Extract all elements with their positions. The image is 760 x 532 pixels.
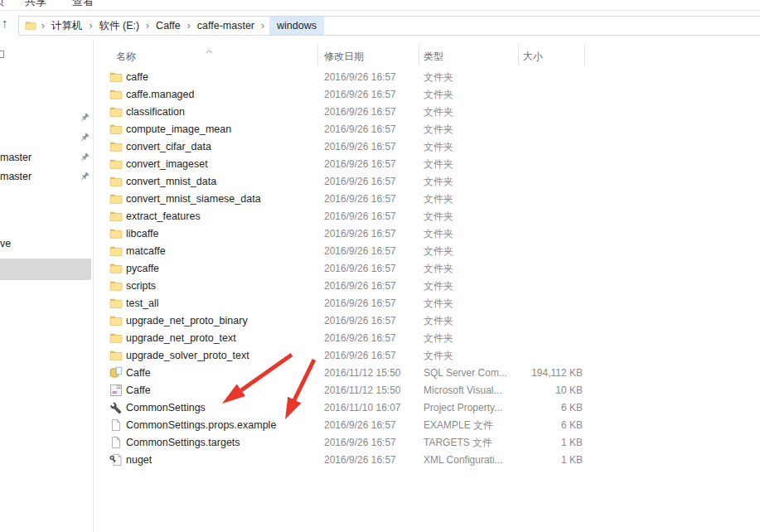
file-name: extract_features	[126, 208, 201, 225]
folder-icon	[25, 17, 36, 35]
file-size: 6 KB	[511, 399, 583, 417]
svg-text:∞: ∞	[112, 389, 117, 396]
file-date: 2016/9/26 16:57	[324, 347, 396, 365]
file-name: convert_imageset	[126, 156, 208, 173]
file-name: convert_mnist_siamese_data	[126, 191, 261, 208]
table-row[interactable]: scripts 2016/9/26 16:57 文件夹	[93, 278, 760, 295]
chevron-right-icon: ›	[141, 17, 154, 35]
file-name: Caffe	[126, 365, 151, 382]
sidebar-selected-item[interactable]	[0, 259, 91, 280]
file-name: upgrade_net_proto_binary	[126, 312, 248, 330]
chevron-right-icon: ›	[36, 17, 50, 35]
folder-icon	[109, 192, 123, 206]
file-date: 2016/9/26 16:57	[324, 452, 396, 469]
table-row[interactable]: Caffe 2016/11/12 15:50 SQL Server Com...…	[93, 365, 760, 382]
folder-icon	[109, 140, 123, 153]
breadcrumb-drive-e[interactable]: 软件 (E:)	[98, 17, 142, 35]
address-bar[interactable]: › 计算机 › 软件 (E:) › Caffe › caffe-master ›…	[18, 16, 760, 36]
breadcrumb-computer[interactable]: 计算机	[50, 17, 85, 35]
up-arrow-icon[interactable]: ↑	[2, 17, 8, 29]
table-row[interactable]: matcaffe 2016/9/26 16:57 文件夹	[93, 243, 760, 260]
table-row[interactable]: caffe.managed 2016/9/26 16:57 文件夹	[93, 86, 760, 104]
file-type: 文件夹	[424, 278, 453, 295]
sidebar-item-master-2[interactable]: master	[0, 171, 31, 182]
table-row[interactable]: nuget 2016/9/26 16:57 XML Configurati...…	[93, 452, 760, 469]
pushpin-icon[interactable]	[80, 131, 90, 141]
column-header-size[interactable]: 大小	[523, 50, 543, 64]
table-row[interactable]: upgrade_net_proto_text 2016/9/26 16:57 文…	[93, 330, 760, 347]
pushpin-icon[interactable]	[80, 170, 90, 180]
file-date: 2016/9/26 16:57	[324, 278, 396, 295]
file-type: 文件夹	[424, 104, 453, 121]
table-row[interactable]: classification 2016/9/26 16:57 文件夹	[93, 104, 760, 121]
file-name: caffe	[126, 69, 148, 86]
table-row[interactable]: libcaffe 2016/9/26 16:57 文件夹	[93, 225, 760, 243]
table-row[interactable]: convert_cifar_data 2016/9/26 16:57 文件夹	[93, 138, 760, 156]
chevron-right-icon: ›	[85, 17, 98, 35]
folder-icon	[109, 331, 123, 345]
ribbon-tab-partial[interactable]: 页	[0, 0, 5, 9]
file-name: matcaffe	[126, 243, 166, 260]
file-name: caffe.managed	[126, 86, 194, 104]
file-type: TARGETS 文件	[424, 434, 492, 452]
file-name: CommonSettings.props.example	[126, 417, 276, 434]
file-name: pycaffe	[126, 260, 159, 278]
ribbon-tab-share[interactable]: 共享	[25, 0, 46, 9]
breadcrumb-caffe-master[interactable]: caffe-master	[196, 17, 256, 35]
file-date: 2016/11/12 15:50	[324, 365, 401, 382]
table-row[interactable]: convert_imageset 2016/9/26 16:57 文件夹	[93, 156, 760, 173]
sidebar-item-onedrive-fragment[interactable]: ve	[0, 238, 11, 249]
file-date: 2016/9/26 16:57	[324, 434, 396, 452]
file-type: 文件夹	[424, 208, 453, 225]
file-type: 文件夹	[424, 138, 453, 156]
table-row[interactable]: upgrade_solver_proto_text 2016/9/26 16:5…	[93, 347, 760, 365]
folder-icon	[109, 88, 123, 101]
table-row[interactable]: convert_mnist_data 2016/9/26 16:57 文件夹	[93, 173, 760, 191]
file-name: nuget	[126, 452, 152, 469]
column-divider[interactable]	[518, 44, 519, 65]
file-type: 文件夹	[424, 347, 453, 365]
column-header-name[interactable]: 名称	[116, 50, 136, 64]
file-date: 2016/9/26 16:57	[324, 173, 396, 191]
folder-icon	[109, 123, 123, 136]
file-type: 文件夹	[424, 86, 453, 104]
file-type: Microsoft Visual...	[424, 382, 501, 399]
file-date: 2016/9/26 16:57	[324, 69, 396, 86]
column-divider[interactable]	[419, 44, 419, 65]
column-divider[interactable]	[584, 44, 585, 65]
file-date: 2016/9/26 16:57	[324, 156, 396, 173]
sort-ascending-icon	[206, 45, 213, 56]
table-row[interactable]: CommonSettings.props.example 2016/9/26 1…	[93, 417, 760, 434]
file-date: 2016/11/10 16:07	[324, 399, 401, 417]
table-row[interactable]: test_all 2016/9/26 16:57 文件夹	[93, 295, 760, 312]
folder-icon	[109, 244, 123, 258]
file-type: 文件夹	[424, 121, 453, 138]
table-row[interactable]: upgrade_net_proto_binary 2016/9/26 16:57…	[93, 312, 760, 330]
column-header-type[interactable]: 类型	[424, 50, 443, 64]
table-row[interactable]: convert_mnist_siamese_data 2016/9/26 16:…	[93, 191, 760, 208]
table-row[interactable]: caffe 2016/9/26 16:57 文件夹	[93, 69, 760, 86]
navigation-pane: master master ve	[0, 39, 93, 532]
breadcrumb-windows[interactable]: windows	[269, 17, 324, 35]
table-row[interactable]: CommonSettings 2016/11/10 16:07 Project …	[93, 399, 760, 417]
file-type: 文件夹	[424, 225, 453, 243]
pushpin-icon[interactable]	[80, 151, 90, 161]
chevron-right-icon: ›	[182, 17, 196, 35]
breadcrumb-caffe[interactable]: Caffe	[154, 17, 182, 35]
table-row[interactable]: compute_image_mean 2016/9/26 16:57 文件夹	[93, 121, 760, 138]
file-name: convert_mnist_data	[126, 173, 216, 191]
file-size: 194,112 KB	[511, 365, 583, 382]
table-row[interactable]: 12∞ Caffe 2016/11/12 15:50 Microsoft Vis…	[93, 382, 760, 399]
table-row[interactable]: pycaffe 2016/9/26 16:57 文件夹	[93, 260, 760, 278]
table-row[interactable]: extract_features 2016/9/26 16:57 文件夹	[93, 208, 760, 225]
table-row[interactable]: CommonSettings.targets 2016/9/26 16:57 T…	[93, 434, 760, 452]
file-date: 2016/9/26 16:57	[324, 312, 396, 330]
file-type: 文件夹	[424, 69, 453, 86]
ribbon-tab-view[interactable]: 查看	[72, 0, 94, 9]
sidebar-item-master-1[interactable]: master	[0, 152, 31, 163]
column-divider[interactable]	[317, 44, 318, 65]
column-header-date[interactable]: 修改日期	[324, 50, 364, 64]
file-date: 2016/9/26 16:57	[324, 138, 396, 156]
pushpin-icon[interactable]	[80, 111, 90, 121]
svg-text:12: 12	[116, 385, 121, 389]
